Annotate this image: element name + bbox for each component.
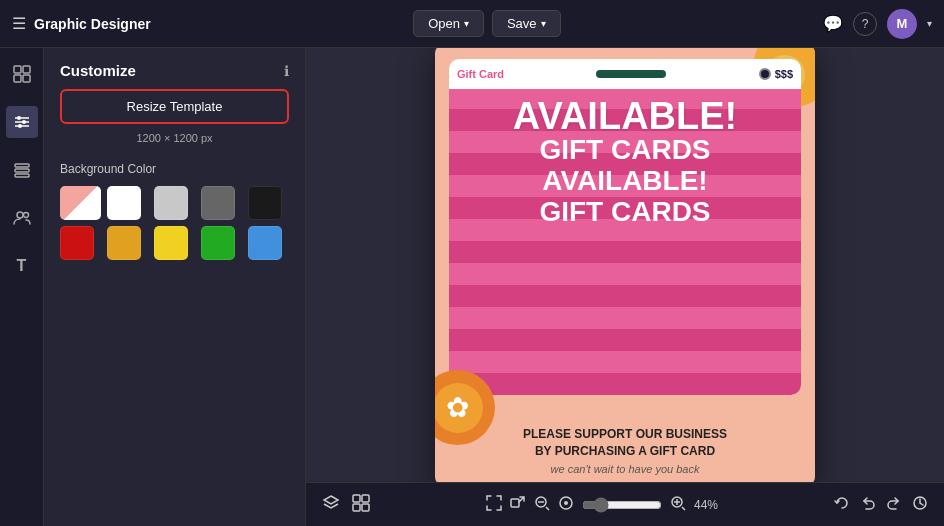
color-swatch-gray-dark[interactable] (201, 186, 235, 220)
zoom-out-icon[interactable] (534, 495, 550, 514)
zoom-slider[interactable] (582, 497, 662, 513)
color-swatch-yellow[interactable] (154, 226, 188, 260)
menu-icon[interactable]: ☰ (12, 14, 26, 33)
gift-card-canvas[interactable]: Gift Card $$$ AVAILABLE! GIFT CARDS AVAI… (435, 48, 815, 482)
support-text: PLEASE SUPPORT OUR BUSINESSBY PURCHASING… (449, 426, 801, 460)
script-text: we can't wait to have you back (449, 463, 801, 475)
svg-rect-10 (15, 164, 29, 167)
sidebar-item-layers[interactable] (6, 154, 38, 186)
barcode (596, 70, 666, 78)
bottom-right (834, 495, 928, 514)
svg-point-7 (17, 116, 21, 120)
header-right: 💬 ? M ▾ (823, 9, 932, 39)
svg-rect-16 (353, 495, 360, 502)
sidebar-item-text[interactable]: T (6, 250, 38, 282)
svg-point-25 (564, 501, 568, 505)
open-button[interactable]: Open ▾ (413, 10, 484, 37)
redo-icon[interactable] (886, 495, 902, 514)
svg-point-9 (18, 124, 22, 128)
available-text-1: AVAILABLE! (513, 97, 737, 135)
svg-rect-11 (15, 169, 29, 172)
available-text-2: AVAILABLE! (542, 166, 707, 197)
comment-icon[interactable]: 💬 (823, 14, 843, 33)
svg-marker-15 (324, 496, 338, 504)
color-swatch-red[interactable] (60, 226, 94, 260)
history-icon[interactable] (912, 495, 928, 514)
info-icon[interactable]: ℹ (284, 63, 289, 79)
color-section: Background Color (44, 152, 305, 276)
svg-rect-0 (14, 66, 21, 73)
svg-rect-12 (15, 174, 29, 177)
gift-cards-text-1: GIFT CARDS (539, 135, 710, 166)
avatar-chevron-icon: ▾ (927, 18, 932, 29)
svg-rect-18 (353, 504, 360, 511)
svg-point-13 (17, 212, 23, 218)
fit-icon[interactable] (834, 495, 850, 514)
gift-card-pink-area: AVAILABLE! GIFT CARDS AVAILABLE! GIFT CA… (449, 89, 801, 395)
svg-rect-20 (511, 499, 519, 507)
svg-point-8 (22, 120, 26, 124)
layers-icon[interactable] (322, 494, 340, 515)
header-left: ☰ Graphic Designer (12, 14, 151, 33)
barcode-area (504, 70, 759, 78)
avatar[interactable]: M (887, 9, 917, 39)
zoom-percent: 44% (694, 498, 718, 512)
resize-template-button[interactable]: Resize Template (60, 89, 289, 124)
zoom-in-icon[interactable] (670, 495, 686, 514)
fit-screen-icon[interactable] (486, 495, 502, 514)
help-icon[interactable]: ? (853, 12, 877, 36)
grid-view-icon[interactable] (352, 494, 370, 515)
size-label: 1200 × 1200 px (44, 132, 305, 152)
save-button[interactable]: Save ▾ (492, 10, 561, 37)
color-swatch-gray-light[interactable] (154, 186, 188, 220)
undo-icon[interactable] (860, 495, 876, 514)
svg-line-23 (546, 507, 549, 510)
canvas-viewport[interactable]: Gift Card $$$ AVAILABLE! GIFT CARDS AVAI… (306, 48, 944, 482)
sidebar-item-elements[interactable] (6, 58, 38, 90)
sidebar-item-customize[interactable] (6, 106, 38, 138)
gift-card-price: $$$ (775, 68, 793, 80)
dot-decoration (759, 68, 771, 80)
color-swatch-orange[interactable] (107, 226, 141, 260)
color-swatch-pink-light[interactable] (60, 186, 101, 220)
svg-rect-19 (362, 504, 369, 511)
zoom-circle-icon[interactable] (558, 495, 574, 514)
sidebar-header: Customize ℹ (44, 48, 305, 89)
color-swatch-black[interactable] (248, 186, 282, 220)
sidebar-item-people[interactable] (6, 202, 38, 234)
bottom-center: 44% (486, 495, 718, 514)
main: T Customize ℹ Resize Template 1200 × 120… (0, 48, 944, 526)
color-swatch-green[interactable] (201, 226, 235, 260)
svg-line-29 (682, 507, 685, 510)
gift-card-top-strip: Gift Card $$$ (449, 59, 801, 89)
icon-bar: T (0, 48, 44, 526)
svg-rect-3 (23, 75, 30, 82)
color-grid (60, 186, 289, 260)
header: ☰ Graphic Designer Open ▾ Save ▾ 💬 ? M ▾ (0, 0, 944, 48)
canvas-area: Gift Card $$$ AVAILABLE! GIFT CARDS AVAI… (306, 48, 944, 526)
resize-btn-wrap: Resize Template (44, 89, 305, 132)
gift-card-bottom-text: PLEASE SUPPORT OUR BUSINESSBY PURCHASING… (449, 426, 801, 475)
svg-rect-2 (14, 75, 21, 82)
sidebar-title: Customize (60, 62, 136, 79)
app-title: Graphic Designer (34, 16, 151, 32)
svg-point-14 (23, 213, 28, 218)
sidebar: Customize ℹ Resize Template 1200 × 1200 … (44, 48, 306, 526)
gift-card-white-card: Gift Card $$$ AVAILABLE! GIFT CARDS AVAI… (449, 59, 801, 395)
svg-rect-1 (23, 66, 30, 73)
color-swatch-blue[interactable] (248, 226, 282, 260)
background-color-label: Background Color (60, 162, 289, 176)
gift-cards-text-2: GIFT CARDS (539, 197, 710, 228)
bottom-left (322, 494, 370, 515)
gift-card-label: Gift Card (457, 68, 504, 80)
header-center: Open ▾ Save ▾ (413, 10, 560, 37)
color-swatch-white[interactable] (107, 186, 141, 220)
resize-icon[interactable] (510, 495, 526, 514)
bottom-bar: 44% (306, 482, 944, 526)
svg-rect-17 (362, 495, 369, 502)
